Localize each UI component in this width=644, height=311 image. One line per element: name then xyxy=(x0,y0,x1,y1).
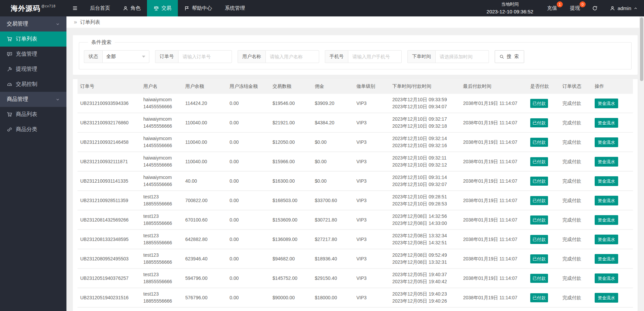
cell-last-pay-time: 2038年01月19日 11:14:07 xyxy=(460,171,528,191)
cell-last-pay-time: 2038年01月19日 11:14:07 xyxy=(460,94,528,113)
nav-item-trade[interactable]: 交易 xyxy=(147,0,178,16)
nav-item-help-center[interactable]: 帮助中心 xyxy=(178,0,218,16)
cell-action: 资金流水 xyxy=(592,268,633,288)
cell-order-no: UB2312081332348595 xyxy=(78,230,141,249)
user-name-filter: 用户名称 xyxy=(238,50,319,63)
vertical-scrollbar[interactable] xyxy=(639,16,644,311)
sidebar-group-trade-management[interactable]: 交易管理 xyxy=(0,16,66,32)
nav-item-roles[interactable]: 角色 xyxy=(116,0,147,16)
cell-paid: 已付款 xyxy=(528,249,560,268)
status-selected-value: 全部 xyxy=(106,54,116,60)
cart-icon xyxy=(7,112,12,117)
user-menu[interactable]: admin xyxy=(603,0,644,16)
recharge-label: 充值 xyxy=(547,5,557,11)
order-time-input[interactable] xyxy=(435,50,489,63)
username-text: admin xyxy=(617,5,631,11)
cell-commission: $29150.40 xyxy=(312,268,354,288)
user-name-input[interactable] xyxy=(265,50,319,63)
sidebar: 交易管理 订单列表 充值管理 提现管理 交易控制 商品管理 商品列表 xyxy=(0,16,66,311)
sidebar-group-product-management[interactable]: 商品管理 xyxy=(0,92,66,107)
nav-item-system[interactable]: 系统管理 xyxy=(218,0,251,16)
table-row: UB2312051940231516 test12318855556666 57… xyxy=(78,288,633,307)
cell-paid: 已付款 xyxy=(528,210,560,230)
cell-frozen: 0.00 xyxy=(227,210,270,230)
phone-filter: 手机号 xyxy=(325,50,402,63)
phone-label: 手机号 xyxy=(325,50,348,63)
sidebar-item-product-list[interactable]: 商品列表 xyxy=(0,107,66,122)
cell-order-no: UB2312051940376257 xyxy=(78,268,141,288)
header-frozen: 用户冻结金额 xyxy=(227,79,270,94)
withdraw-count-badge: 0 xyxy=(580,1,586,7)
chevron-down-icon xyxy=(56,98,60,102)
table-row: UB2312081332348595 test12318855556666 64… xyxy=(78,230,633,249)
phone-input[interactable] xyxy=(348,50,402,63)
search-button-label: 搜 索 xyxy=(507,54,519,60)
fund-flow-button[interactable]: 资金流水 xyxy=(595,293,618,303)
status-select[interactable]: 全部 xyxy=(102,50,149,63)
sidebar-item-label: 订单列表 xyxy=(16,36,37,43)
sidebar-item-product-category[interactable]: 商品分类 xyxy=(0,122,66,137)
order-table-panel: 订单号 用户名 用户余额 用户冻结金额 交易数额 佣金 做单级别 下单时间/付款… xyxy=(73,79,638,311)
cell-times: 2023年12月10日 09:33:592023年12月10日 09:34:07 xyxy=(390,94,460,113)
order-no-input[interactable] xyxy=(178,50,232,63)
sidebar-item-order-list[interactable]: 订单列表 xyxy=(0,32,66,47)
cell-times: 2023年12月10日 09:32:112023年12月10日 09:32:12 xyxy=(390,152,460,171)
local-time-label: 当地时间 xyxy=(501,1,518,8)
logo-version: @cv718 xyxy=(41,4,56,8)
cell-balance: 642882.80 xyxy=(183,230,227,249)
cell-frozen: 0.00 xyxy=(227,113,270,132)
search-button[interactable]: 搜 索 xyxy=(495,50,524,63)
cell-status: 完成付款 xyxy=(560,113,592,132)
gavel-icon xyxy=(7,66,12,72)
cell-level: VIP3 xyxy=(354,113,390,132)
fund-flow-button[interactable]: 资金流水 xyxy=(595,254,618,264)
cell-order-no: UB2312100933594336 xyxy=(78,94,141,113)
collapse-sidebar-button[interactable] xyxy=(66,0,84,16)
header-username: 用户名 xyxy=(141,79,183,94)
page-title: 订单列表 xyxy=(80,19,100,25)
paid-status-badge: 已付款 xyxy=(530,293,548,302)
order-table-body: UB2312100933594336 haiwaiymcom1445555666… xyxy=(78,94,633,307)
cell-balance: 576796.00 xyxy=(183,288,227,307)
cell-frozen: 0.00 xyxy=(227,94,270,113)
cell-amount: $90000.00 xyxy=(270,288,312,307)
table-row: UB2312051940376257 test12318855556666 59… xyxy=(78,268,633,288)
sidebar-item-withdraw-management[interactable]: 提现管理 xyxy=(0,62,66,77)
cell-balance: 40.00 xyxy=(183,171,227,191)
cell-username: haiwaiymcom14455556666 xyxy=(141,94,183,113)
cell-commission: $0.00 xyxy=(312,132,354,152)
header-balance: 用户余额 xyxy=(183,79,227,94)
cell-order-no: UB2312051940231516 xyxy=(78,288,141,307)
cell-username: test12318855556666 xyxy=(141,230,183,249)
cell-times: 2023年12月10日 09:31:142023年12月10日 09:32:07 xyxy=(390,171,460,191)
fund-flow-button[interactable]: 资金流水 xyxy=(595,215,618,225)
cell-commission: $30721.80 xyxy=(312,210,354,230)
cell-status: 完成付款 xyxy=(560,152,592,171)
topbar-right: 当地时间 2023-12-10 09:36:52 充值 1 提现 0 admin xyxy=(479,0,644,16)
cell-amount: $136089.00 xyxy=(270,230,312,249)
fund-flow-button[interactable]: 资金流水 xyxy=(595,137,618,147)
scrollbar-thumb[interactable] xyxy=(640,17,643,81)
cell-paid: 已付款 xyxy=(528,268,560,288)
sidebar-item-recharge-management[interactable]: 充值管理 xyxy=(0,47,66,62)
cell-commission: $0.00 xyxy=(312,171,354,191)
fund-flow-button[interactable]: 资金流水 xyxy=(595,196,618,205)
fund-flow-button[interactable]: 资金流水 xyxy=(595,273,618,283)
fund-flow-button[interactable]: 资金流水 xyxy=(595,99,618,108)
cell-status: 完成付款 xyxy=(560,230,592,249)
cell-level: VIP3 xyxy=(354,230,390,249)
cell-username: haiwaiymcom14455556666 xyxy=(141,152,183,171)
fund-flow-button[interactable]: 资金流水 xyxy=(595,235,618,244)
topbar: 海外源码@cv718 后台首页 角色 交易 帮助中心 系统管理 当地时间 202… xyxy=(0,0,644,16)
withdraw-button[interactable]: 提现 0 xyxy=(563,0,586,16)
nav-item-label: 交易 xyxy=(161,5,171,11)
hamburger-icon xyxy=(72,5,78,11)
refresh-button[interactable] xyxy=(586,0,603,16)
fund-flow-button[interactable]: 资金流水 xyxy=(595,118,618,128)
nav-item-home[interactable]: 后台首页 xyxy=(84,0,116,16)
recharge-button[interactable]: 充值 1 xyxy=(541,0,563,16)
sidebar-item-trade-control[interactable]: 交易控制 xyxy=(0,77,66,92)
flag-icon xyxy=(184,6,190,11)
fund-flow-button[interactable]: 资金流水 xyxy=(595,157,618,167)
fund-flow-button[interactable]: 资金流水 xyxy=(595,176,618,186)
